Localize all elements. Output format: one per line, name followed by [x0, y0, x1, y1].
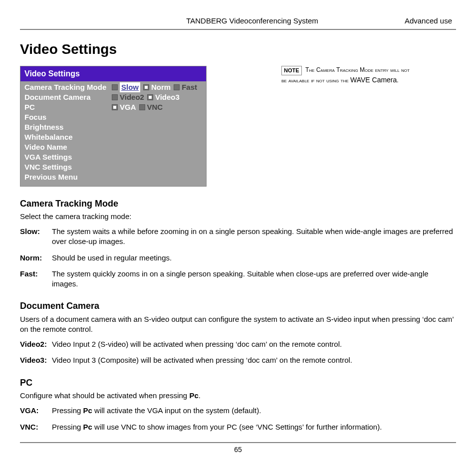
radio-selected-icon: [112, 104, 118, 110]
menu-option-label: Norm: [151, 82, 171, 92]
definition-item: VGA:Pressing Pc will activate the VGA in…: [20, 406, 456, 416]
menu-option-label: VGA: [120, 102, 136, 112]
radio-selected-icon: [147, 94, 153, 100]
definition-term: VGA:: [20, 406, 52, 416]
definition-desc: Pressing Pc will activate the VGA input …: [52, 406, 456, 416]
menu-row[interactable]: Camera Tracking ModeSlowNormFast: [24, 82, 202, 92]
definition-item: Fast:The system quickly zooms in on a si…: [20, 269, 456, 289]
menu-option[interactable]: Video2: [112, 92, 144, 102]
note-text-post: .: [397, 77, 398, 84]
menu-option-label: Video3: [155, 92, 180, 102]
radio-icon: [112, 84, 118, 90]
menu-row-label: Document Camera: [24, 92, 112, 102]
menu-row[interactable]: Focus: [24, 112, 202, 122]
section-doc-intro: Users of a document camera with an S-vid…: [20, 314, 456, 335]
menu-row-label: Camera Tracking Mode: [24, 82, 112, 92]
menu-row-label: VNC Settings: [24, 162, 112, 172]
menu-row-label: PC: [24, 102, 112, 112]
definition-term: VNC:: [20, 422, 52, 432]
definition-term: Norm:: [20, 253, 52, 263]
header-center: TANDBERG Videoconferencing System: [20, 16, 405, 26]
definition-item: VNC:Pressing Pc will use VNC to show ima…: [20, 422, 456, 432]
menu-row[interactable]: VGA Settings: [24, 152, 202, 162]
note-text-strong: WAVE Camera: [350, 76, 397, 84]
menu-option[interactable]: VNC: [139, 102, 163, 112]
menu-option[interactable]: Norm: [143, 82, 171, 92]
header-bar: TANDBERG Videoconferencing System Advanc…: [20, 16, 456, 30]
note-block: NOTE The Camera Tracking Mode entry will…: [281, 66, 416, 85]
menu-row[interactable]: VNC Settings: [24, 162, 202, 172]
section-pc-heading: PC: [20, 377, 456, 389]
definition-desc: The system waits a while before zooming …: [52, 227, 456, 247]
page-footer: 65: [20, 442, 456, 455]
definition-desc: Should be used in regular meetings.: [52, 253, 456, 263]
menu-option[interactable]: Fast: [174, 82, 197, 92]
menu-row[interactable]: Brightness: [24, 122, 202, 132]
definition-term: Slow:: [20, 227, 52, 247]
definition-desc: Video Input 3 (Composite) will be activa…: [52, 355, 456, 365]
menu-row-label: Previous Menu: [24, 172, 112, 182]
radio-selected-icon: [143, 84, 149, 90]
definition-desc: Video Input 2 (S-video) will be activate…: [52, 339, 456, 349]
menu-option-label: Fast: [182, 82, 197, 92]
menu-option-label: Slow: [120, 82, 140, 92]
menu-row[interactable]: Whitebalance: [24, 132, 202, 142]
menu-row[interactable]: Document CameraVideo2Video3: [24, 92, 202, 102]
definition-term: Video2:: [20, 339, 52, 349]
definition-desc: The system quickly zooms in on a single …: [52, 269, 456, 289]
radio-icon: [174, 84, 180, 90]
section-pc-intro: Configure what should be activated when …: [20, 391, 456, 401]
page-title: Video Settings: [20, 40, 456, 59]
definition-item: Slow:The system waits a while before zoo…: [20, 227, 456, 247]
definition-item: Video3:Video Input 3 (Composite) will be…: [20, 355, 456, 365]
section-doc-heading: Document Camera: [20, 300, 456, 312]
video-settings-menu: Video Settings Camera Tracking ModeSlowN…: [20, 66, 207, 187]
menu-option-label: VNC: [147, 102, 163, 112]
radio-icon: [112, 94, 118, 100]
menu-row-label: Whitebalance: [24, 132, 112, 142]
menu-row-label: Brightness: [24, 122, 112, 132]
radio-icon: [139, 104, 145, 110]
menu-row[interactable]: Video Name: [24, 142, 202, 152]
definition-term: Video3:: [20, 355, 52, 365]
definition-term: Fast:: [20, 269, 52, 289]
menu-option[interactable]: Video3: [147, 92, 180, 102]
pc-intro-post: .: [199, 391, 201, 400]
menu-option[interactable]: VGA: [112, 102, 136, 112]
pc-intro-pre: Configure what should be activated when …: [20, 391, 189, 400]
page-number: 65: [234, 446, 242, 454]
definition-item: Norm:Should be used in regular meetings.: [20, 253, 456, 263]
definition-item: Video2:Video Input 2 (S-video) will be a…: [20, 339, 456, 349]
section-camera-intro: Select the camera tracking mode:: [20, 212, 456, 222]
header-right: Advanced use: [405, 16, 456, 26]
menu-row-label: Focus: [24, 112, 112, 122]
menu-row[interactable]: Previous Menu: [24, 172, 202, 182]
menu-row[interactable]: PCVGAVNC: [24, 102, 202, 112]
menu-title: Video Settings: [20, 66, 206, 81]
definition-desc: Pressing Pc will use VNC to show images …: [52, 422, 456, 432]
pc-intro-bold: Pc: [189, 391, 198, 400]
menu-option-label: Video2: [120, 92, 144, 102]
note-tag: NOTE: [281, 66, 302, 75]
menu-option[interactable]: Slow: [112, 82, 140, 92]
menu-row-label: VGA Settings: [24, 152, 112, 162]
menu-row-label: Video Name: [24, 142, 112, 152]
section-camera-heading: Camera Tracking Mode: [20, 198, 456, 210]
